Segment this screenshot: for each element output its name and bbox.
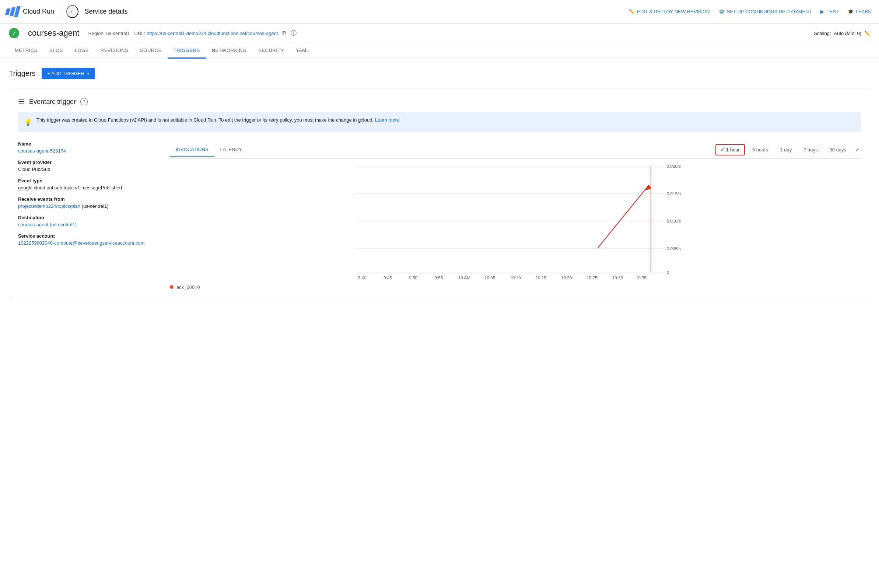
check-icon: ✓: [721, 147, 724, 153]
trigger-card-title-text: Eventarc trigger: [29, 98, 76, 106]
expand-chart-icon[interactable]: ⤢: [854, 145, 861, 154]
invocations-chart: 0.020/s 0.015/s 0.010/s 0.005/s 0 9:40 9…: [170, 162, 861, 280]
svg-text:10:30: 10:30: [612, 275, 623, 280]
detail-name: Name courses-agent-529174: [18, 141, 158, 154]
test-label: TEST: [826, 9, 838, 14]
scaling-edit-icon[interactable]: ✏️: [864, 31, 870, 36]
tab-metrics[interactable]: METRICS: [9, 43, 44, 58]
region-label: Region:: [88, 31, 105, 36]
trigger-chart: INVOCATIONS LATENCY ✓ 1 hour 6 hours 1 d…: [170, 141, 861, 290]
legend-dot: [170, 285, 174, 289]
play-icon: ▶: [820, 9, 824, 14]
svg-text:0.020/s: 0.020/s: [667, 164, 681, 168]
svg-text:9:40: 9:40: [358, 275, 366, 280]
time-7days-button[interactable]: 7 days: [799, 145, 822, 155]
url-label: URL:: [135, 31, 146, 36]
add-trigger-button[interactable]: + ADD TRIGGER ▾: [42, 68, 95, 79]
tab-logs[interactable]: LOGS: [69, 43, 94, 58]
detail-name-label: Name: [18, 141, 158, 147]
learn-button[interactable]: 🎓 LEARN: [846, 8, 873, 16]
detail-destination: Destination courses-agent (us-central1): [18, 215, 158, 227]
detail-event-type: Event type google.cloud.pubsub.topic.v1.…: [18, 178, 158, 190]
triggers-header: Triggers + ADD TRIGGER ▾: [9, 68, 870, 79]
svg-text:10 AM: 10 AM: [458, 275, 471, 280]
tab-slos[interactable]: SLOS: [44, 43, 69, 58]
time-1hour-button[interactable]: ✓ 1 hour: [716, 144, 745, 156]
continuous-deploy-label: SET UP CONTINUOUS DEPLOYMENT: [727, 9, 812, 14]
svg-text:10:15: 10:15: [536, 275, 547, 280]
trigger-card-title: ☰ Eventarc trigger ?: [18, 97, 861, 106]
time-30days-button[interactable]: 30 days: [825, 145, 850, 155]
app-name: Cloud Run: [23, 8, 54, 15]
edit-deploy-label: EDIT & DEPLOY NEW REVISION: [637, 9, 710, 14]
edit-icon: ✏️: [629, 9, 635, 14]
trigger-content: Name courses-agent-529174 Event provider…: [18, 141, 861, 290]
svg-text:9:45: 9:45: [384, 275, 392, 280]
back-button[interactable]: ←: [66, 5, 78, 18]
tab-security[interactable]: SECURITY: [252, 43, 290, 58]
svg-text:10:25: 10:25: [586, 275, 597, 280]
trigger-details: Name courses-agent-529174 Event provider…: [18, 141, 158, 290]
service-header: ✓ courses-agent Region: us-central1 URL:…: [0, 24, 879, 43]
tab-source[interactable]: SOURCE: [134, 43, 168, 58]
tab-revisions[interactable]: REVISIONS: [94, 43, 134, 58]
page-title: Service details: [84, 8, 128, 15]
service-meta: Region: us-central1 URL: https://us-cent…: [88, 30, 297, 37]
trigger-name-link[interactable]: courses-agent-529174: [18, 148, 66, 154]
scaling-label: Scaling:: [814, 31, 831, 36]
main-content: Triggers + ADD TRIGGER ▾ ☰ Eventarc trig…: [0, 59, 879, 308]
svg-text:0.010/s: 0.010/s: [667, 219, 681, 223]
dropdown-arrow-icon: ▾: [87, 72, 89, 75]
detail-event-type-label: Event type: [18, 178, 158, 183]
detail-event-type-value: google.cloud.pubsub.topic.v1.messagePubl…: [18, 185, 158, 190]
learn-more-link[interactable]: Learn more: [375, 117, 399, 123]
tab-yaml[interactable]: YAML: [290, 43, 315, 58]
svg-text:10:35: 10:35: [636, 275, 647, 280]
info-banner: 💡 This trigger was created in Cloud Func…: [18, 112, 861, 132]
trigger-card: ☰ Eventarc trigger ? 💡 This trigger was …: [9, 88, 870, 299]
help-icon[interactable]: ?: [80, 98, 88, 105]
time-1day-button[interactable]: 1 day: [776, 145, 796, 155]
learn-icon: 🎓: [848, 9, 854, 14]
triggers-title: Triggers: [9, 69, 36, 78]
svg-text:10:20: 10:20: [561, 275, 572, 280]
region-meta: Region: us-central1: [88, 31, 130, 36]
destination-link[interactable]: courses-agent (us-central1): [18, 222, 76, 227]
chart-tab-latency[interactable]: LATENCY: [214, 143, 248, 157]
info-message: This trigger was created in Cloud Functi…: [36, 116, 399, 124]
tab-networking[interactable]: NETWORKING: [206, 43, 253, 58]
tab-triggers[interactable]: TRIGGERS: [168, 43, 206, 58]
service-name: courses-agent: [28, 28, 79, 38]
edit-deploy-button[interactable]: ✏️ EDIT & DEPLOY NEW REVISION: [627, 8, 711, 16]
time-1hour-label: 1 hour: [726, 147, 740, 153]
list-icon: ☰: [18, 97, 25, 106]
test-button[interactable]: ▶ TEST: [819, 8, 840, 16]
nav-divider: [60, 6, 60, 18]
url-meta: URL: https://us-central1-demo224.cloudfu…: [135, 31, 278, 36]
copy-icon[interactable]: ⧉: [282, 30, 286, 36]
chart-area: 0.020/s 0.015/s 0.010/s 0.005/s 0 9:40 9…: [170, 162, 861, 280]
region-value: us-central1: [106, 31, 130, 36]
time-6hours-button[interactable]: 6 hours: [748, 145, 772, 155]
svg-text:10:10: 10:10: [510, 275, 521, 280]
detail-event-provider: Event provider Cloud Pub/Sub: [18, 159, 158, 172]
info-icon[interactable]: ⓘ: [291, 30, 297, 37]
main-tabs: METRICS SLOS LOGS REVISIONS SOURCE TRIGG…: [0, 43, 879, 59]
bulb-icon: 💡: [24, 117, 32, 128]
topic-suffix: (us-central1): [82, 203, 109, 209]
service-account-link[interactable]: 1022259802048-compute@developer.gservice…: [18, 240, 144, 246]
detail-destination-label: Destination: [18, 215, 158, 220]
detail-event-provider-label: Event provider: [18, 159, 158, 165]
chart-tab-invocations[interactable]: INVOCATIONS: [170, 143, 214, 157]
topic-link[interactable]: projects/demo224/topics/plan: [18, 203, 80, 209]
service-url-link[interactable]: https://us-central1-demo224.cloudfunctio…: [147, 31, 278, 36]
continuous-deploy-button[interactable]: ⚙️ SET UP CONTINUOUS DEPLOYMENT: [717, 8, 813, 16]
detail-receive-events: Receive events from projects/demo224/top…: [18, 196, 158, 209]
logo-icon: [6, 6, 19, 17]
svg-text:10:05: 10:05: [484, 275, 495, 280]
detail-service-account-value: 1022259802048-compute@developer.gservice…: [18, 240, 158, 246]
app-logo: Cloud Run: [6, 6, 54, 17]
chart-controls: ✓ 1 hour 6 hours 1 day 7 days 30 days ⤢: [716, 141, 861, 158]
legend-label: ack_200: 0: [177, 284, 200, 290]
scaling-info: Scaling: Auto (Min: 0) ✏️: [814, 31, 870, 36]
